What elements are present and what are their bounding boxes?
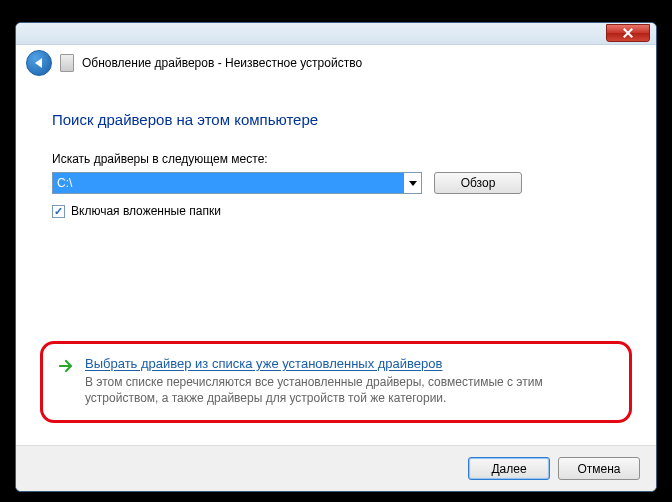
command-title: Выбрать драйвер из списка уже установлен… — [85, 356, 613, 371]
command-description: В этом списке перечисляются все установл… — [85, 374, 613, 406]
include-subfolders-row[interactable]: ✓ Включая вложенные папки — [52, 204, 620, 218]
close-button[interactable] — [606, 24, 650, 42]
dialog-window: Обновление драйверов - Неизвестное устро… — [15, 22, 657, 492]
page-heading: Поиск драйверов на этом компьютере — [52, 111, 620, 128]
cancel-button[interactable]: Отмена — [558, 457, 640, 480]
screenshot-frame: Обновление драйверов - Неизвестное устро… — [0, 0, 672, 502]
pick-from-list-command[interactable]: Выбрать драйвер из списка уже установлен… — [59, 356, 613, 406]
arrow-right-icon — [59, 359, 75, 373]
command-text: Выбрать драйвер из списка уже установлен… — [85, 356, 613, 406]
content-area: Поиск драйверов на этом компьютере Искат… — [16, 81, 656, 445]
combo-dropdown-button[interactable] — [404, 173, 421, 193]
device-icon — [60, 54, 74, 72]
path-row: C:\ Обзор — [52, 172, 620, 194]
browse-button[interactable]: Обзор — [434, 172, 522, 194]
titlebar — [16, 23, 656, 45]
close-icon — [623, 28, 633, 38]
chevron-down-icon — [409, 181, 417, 186]
search-location-label: Искать драйверы в следующем месте: — [52, 152, 620, 166]
path-combobox[interactable]: C:\ — [52, 172, 422, 194]
next-button[interactable]: Далее — [468, 457, 550, 480]
include-subfolders-checkbox[interactable]: ✓ — [52, 205, 65, 218]
path-value: C:\ — [53, 173, 404, 193]
header: Обновление драйверов - Неизвестное устро… — [16, 45, 656, 81]
footer: Далее Отмена — [16, 445, 656, 491]
include-subfolders-label: Включая вложенные папки — [71, 204, 221, 218]
back-arrow-icon — [35, 58, 42, 68]
highlight-annotation: Выбрать драйвер из списка уже установлен… — [40, 341, 632, 423]
window-title: Обновление драйверов - Неизвестное устро… — [82, 56, 362, 70]
back-button[interactable] — [26, 50, 52, 76]
